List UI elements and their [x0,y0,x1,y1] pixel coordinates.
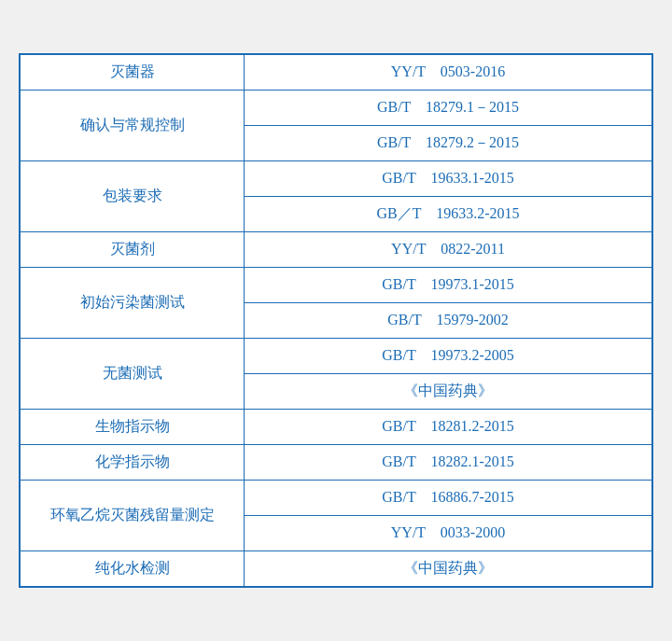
table-row: 初始污染菌测试GB/T 19973.1-2015GB/T 15979-2002 [21,268,651,339]
category-cell: 灭菌剂 [21,232,245,267]
category-cell: 初始污染菌测试 [21,268,245,338]
standard-cell: YY/T 0822-2011 [245,232,651,267]
table-row: 包装要求GB/T 19633.1-2015GB／T 19633.2-2015 [21,161,651,232]
standard-cell: GB/T 18279.1－2015 [245,91,651,126]
standard-cell: GB/T 15979-2002 [245,303,651,338]
category-cell: 灭菌器 [21,55,245,90]
standard-cell: 《中国药典》 [245,374,651,409]
category-cell: 包装要求 [21,161,245,231]
standard-multi-cell: GB/T 19973.2-2005《中国药典》 [245,339,651,409]
table-row: 无菌测试GB/T 19973.2-2005《中国药典》 [21,339,651,410]
standard-cell: YY/T 0033-2000 [245,516,651,550]
standard-cell: GB/T 19973.1-2015 [245,268,651,303]
standard-cell: GB/T 18279.2－2015 [245,126,651,160]
standard-cell: GB/T 16886.7-2015 [245,481,651,516]
standard-multi-cell: GB/T 16886.7-2015YY/T 0033-2000 [245,481,651,550]
standard-cell: 《中国药典》 [245,551,651,586]
category-cell: 化学指示物 [21,445,245,480]
category-cell: 确认与常规控制 [21,91,245,160]
category-cell: 环氧乙烷灭菌残留量测定 [21,481,245,550]
category-cell: 生物指示物 [21,410,245,444]
standard-cell: GB/T 18282.1-2015 [245,445,651,480]
table-row: 纯化水检测《中国药典》 [21,551,651,586]
standard-cell: GB/T 19633.1-2015 [245,161,651,197]
table-row: 化学指示物GB/T 18282.1-2015 [21,445,651,481]
table-row: 确认与常规控制GB/T 18279.1－2015GB/T 18279.2－201… [21,91,651,161]
table-row: 灭菌器YY/T 0503-2016 [21,55,651,91]
standards-table: 灭菌器YY/T 0503-2016确认与常规控制GB/T 18279.1－201… [19,53,653,588]
standard-multi-cell: GB/T 18279.1－2015GB/T 18279.2－2015 [245,91,651,160]
table-row: 环氧乙烷灭菌残留量测定GB/T 16886.7-2015YY/T 0033-20… [21,481,651,551]
category-cell: 无菌测试 [21,339,245,409]
standard-multi-cell: GB/T 19973.1-2015GB/T 15979-2002 [245,268,651,338]
category-cell: 纯化水检测 [21,551,245,586]
standard-multi-cell: GB/T 19633.1-2015GB／T 19633.2-2015 [245,161,651,231]
standard-cell: GB/T 18281.2-2015 [245,410,651,444]
standard-cell: GB／T 19633.2-2015 [245,197,651,231]
table-row: 生物指示物GB/T 18281.2-2015 [21,410,651,445]
standard-cell: GB/T 19973.2-2005 [245,339,651,374]
standard-cell: YY/T 0503-2016 [245,55,651,90]
table-row: 灭菌剂YY/T 0822-2011 [21,232,651,268]
